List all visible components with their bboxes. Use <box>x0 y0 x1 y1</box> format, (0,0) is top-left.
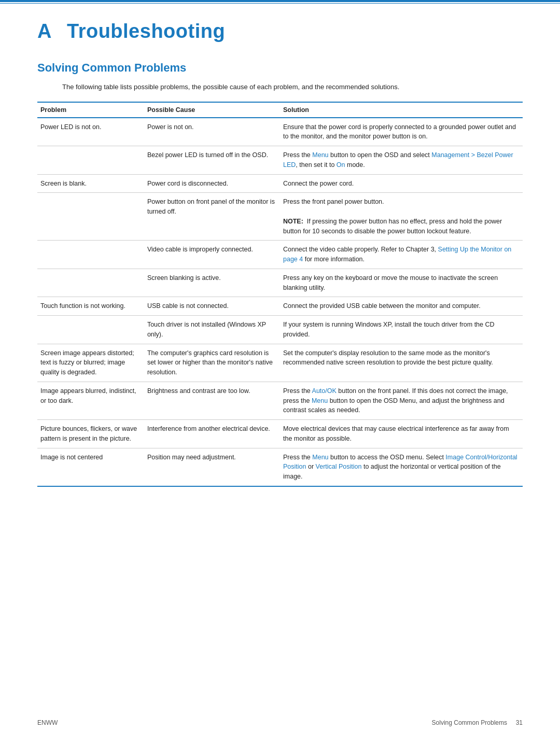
vertical-position-link[interactable]: Vertical Position <box>316 463 362 470</box>
cause-cell: Power cord is disconnected. <box>144 174 280 193</box>
intro-text: The following table lists possible probl… <box>62 82 523 92</box>
solution-cell: Move electrical devices that may cause e… <box>280 420 523 448</box>
table-row: Power button on front panel of the monit… <box>37 193 523 241</box>
cause-cell: Video cable is improperly connected. <box>144 241 280 269</box>
problem-cell: Touch function is not working. <box>37 297 144 316</box>
table-row: Image is not centered Position may need … <box>37 448 523 486</box>
table-row: Screen image appears distorted; text is … <box>37 344 523 382</box>
footer-page-info: Solving Common Problems 31 <box>432 719 523 726</box>
problem-cell: Screen is blank. <box>37 174 144 193</box>
problem-cell: Picture bounces, flickers, or wave patte… <box>37 420 144 448</box>
problem-cell <box>37 241 144 269</box>
cause-cell: Power button on front panel of the monit… <box>144 193 280 241</box>
solution-cell: Set the computer's display resolution to… <box>280 344 523 382</box>
solution-cell: Press the front panel power button. NOTE… <box>280 193 523 241</box>
problem-cell: Image is not centered <box>37 448 144 486</box>
solution-cell: Press the Menu button to access the OSD … <box>280 448 523 486</box>
cause-cell: The computer's graphics card resolution … <box>144 344 280 382</box>
auto-ok-link[interactable]: Auto/OK <box>312 387 337 395</box>
table-row: Power LED is not on. Power is not on. En… <box>37 118 523 146</box>
table-row: Screen blanking is active. Press any key… <box>37 269 523 297</box>
menu-link[interactable]: Menu <box>312 151 328 159</box>
top-rule-thick <box>0 0 560 2</box>
solution-cell: Connect the provided USB cable between t… <box>280 297 523 316</box>
col-header-problem: Problem <box>37 102 144 118</box>
section-title: Solving Common Problems <box>37 61 523 75</box>
problem-cell <box>37 316 144 344</box>
top-rule-thin <box>0 3 560 4</box>
cause-cell: Bezel power LED is turned off in the OSD… <box>144 146 280 175</box>
problem-cell: Screen image appears distorted; text is … <box>37 344 144 382</box>
problem-cell <box>37 146 144 175</box>
solution-cell: Press the Auto/OK button on the front pa… <box>280 382 523 419</box>
solution-cell: Ensure that the power cord is properly c… <box>280 118 523 146</box>
problem-cell <box>37 193 144 241</box>
table-row: Touch function is not working. USB cable… <box>37 297 523 316</box>
table-row: Touch driver is not installed (Windows X… <box>37 316 523 344</box>
footer-enww: ENWW <box>37 719 58 726</box>
table-row: Video cable is improperly connected. Con… <box>37 241 523 269</box>
cause-cell: Interference from another electrical dev… <box>144 420 280 448</box>
chapter-letter: A <box>37 20 52 42</box>
table-header-row: Problem Possible Cause Solution <box>37 102 523 118</box>
solution-cell: Connect the video cable properly. Refer … <box>280 241 523 269</box>
on-link[interactable]: On <box>337 161 345 168</box>
col-header-solution: Solution <box>280 102 523 118</box>
problem-cell <box>37 269 144 297</box>
footer-page-num: 31 <box>516 719 523 726</box>
note-label: NOTE: <box>283 218 303 225</box>
problems-table: Problem Possible Cause Solution Power LE… <box>37 102 523 487</box>
solution-cell: If your system is running Windows XP, in… <box>280 316 523 344</box>
table-row: Image appears blurred, indistinct, or to… <box>37 382 523 419</box>
col-header-cause: Possible Cause <box>144 102 280 118</box>
solution-cell: Press any key on the keyboard or move th… <box>280 269 523 297</box>
cause-cell: USB cable is not connected. <box>144 297 280 316</box>
problem-cell: Power LED is not on. <box>37 118 144 146</box>
cause-cell: Position may need adjustment. <box>144 448 280 486</box>
menu-link3[interactable]: Menu <box>312 454 328 461</box>
solution-cell: Press the Menu button to open the OSD an… <box>280 146 523 175</box>
table-row: Picture bounces, flickers, or wave patte… <box>37 420 523 448</box>
cause-cell: Power is not on. <box>144 118 280 146</box>
menu-link2[interactable]: Menu <box>312 397 328 404</box>
chapter-title-text: Troubleshooting <box>67 20 225 42</box>
footer: ENWW Solving Common Problems 31 <box>0 719 560 726</box>
setting-up-monitor-link[interactable]: Setting Up the Monitor on page 4 <box>283 246 511 263</box>
problem-cell: Image appears blurred, indistinct, or to… <box>37 382 144 419</box>
cause-cell: Touch driver is not installed (Windows X… <box>144 316 280 344</box>
solution-cell: Connect the power cord. <box>280 174 523 193</box>
table-row: Bezel power LED is turned off in the OSD… <box>37 146 523 175</box>
table-row: Screen is blank. Power cord is disconnec… <box>37 174 523 193</box>
footer-section-label: Solving Common Problems <box>432 719 507 726</box>
cause-cell: Screen blanking is active. <box>144 269 280 297</box>
chapter-title: A Troubleshooting <box>37 20 523 43</box>
cause-cell: Brightness and contrast are too low. <box>144 382 280 419</box>
